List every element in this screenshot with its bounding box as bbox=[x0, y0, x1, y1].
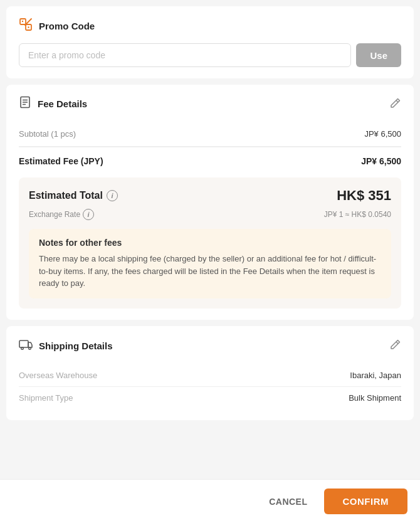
fee-details-header: Fee Details bbox=[19, 96, 401, 112]
subtotal-label: Subtotal (1 pcs) bbox=[19, 129, 76, 139]
total-label: Estimated Total i bbox=[29, 190, 118, 201]
confirm-button[interactable]: CONFIRM bbox=[324, 489, 408, 514]
bottom-bar: CANCEL CONFIRM bbox=[0, 479, 420, 523]
fee-details-title: Fee Details bbox=[38, 98, 87, 109]
promo-input[interactable] bbox=[19, 43, 351, 67]
promo-input-row: Use bbox=[19, 43, 401, 67]
promo-header: Promo Code bbox=[19, 18, 401, 34]
shipment-type-label: Shipment Type bbox=[19, 393, 73, 403]
use-button[interactable]: Use bbox=[356, 43, 401, 67]
exchange-label: Exchange Rate i bbox=[29, 209, 94, 220]
svg-line-13 bbox=[396, 342, 398, 344]
shipping-title: Shipping Details bbox=[39, 341, 113, 351]
svg-point-12 bbox=[29, 347, 31, 349]
shipping-details-header: Shipping Details bbox=[19, 337, 401, 354]
notes-box: Notes for other fees There may be a loca… bbox=[29, 229, 391, 298]
shipping-edit-icon[interactable] bbox=[390, 339, 401, 352]
estimated-fee-label: Estimated Fee (JPY) bbox=[19, 156, 103, 166]
overseas-warehouse-value: Ibaraki, Japan bbox=[350, 371, 401, 380]
truck-icon bbox=[19, 337, 33, 354]
overseas-warehouse-label: Overseas Warehouse bbox=[19, 371, 97, 380]
svg-point-4 bbox=[28, 26, 29, 28]
shipment-type-row: Shipment Type Bulk Shipment bbox=[19, 387, 401, 409]
exchange-value: JP¥ 1 ≈ HK$ 0.0540 bbox=[324, 210, 391, 219]
estimated-fee-value: JP¥ 6,500 bbox=[361, 156, 401, 166]
exchange-info-icon[interactable]: i bbox=[83, 209, 94, 220]
notes-text: There may be a local shipping fee (charg… bbox=[39, 253, 381, 290]
overseas-warehouse-row: Overseas Warehouse Ibaraki, Japan bbox=[19, 364, 401, 387]
total-value: HK$ 351 bbox=[337, 188, 391, 204]
fee-details-card: Fee Details Subtotal (1 pcs) JP¥ 6,500 E… bbox=[6, 85, 414, 320]
page-container: Promo Code Use Fee Details bbox=[0, 0, 420, 523]
promo-tag-icon bbox=[19, 18, 33, 34]
shipping-header-left: Shipping Details bbox=[19, 337, 113, 354]
fee-details-edit-icon[interactable] bbox=[390, 97, 401, 111]
svg-rect-10 bbox=[19, 341, 28, 347]
exchange-row: Exchange Rate i JP¥ 1 ≈ HK$ 0.0540 bbox=[29, 209, 391, 220]
shipping-details-card: Shipping Details Overseas Warehouse Ibar… bbox=[6, 326, 414, 420]
estimated-total-box: Estimated Total i HK$ 351 Exchange Rate … bbox=[19, 177, 401, 309]
promo-code-card: Promo Code Use bbox=[6, 6, 414, 78]
svg-point-1 bbox=[22, 21, 23, 22]
shipment-type-value: Bulk Shipment bbox=[349, 393, 401, 403]
svg-line-9 bbox=[396, 100, 398, 102]
total-row: Estimated Total i HK$ 351 bbox=[29, 188, 391, 204]
subtotal-value: JP¥ 6,500 bbox=[364, 129, 401, 139]
svg-point-11 bbox=[21, 347, 24, 349]
subtotal-row: Subtotal (1 pcs) JP¥ 6,500 bbox=[19, 122, 401, 147]
total-info-icon[interactable]: i bbox=[107, 190, 118, 201]
cancel-button[interactable]: CANCEL bbox=[263, 490, 313, 513]
fee-details-header-left: Fee Details bbox=[19, 96, 87, 112]
notes-title: Notes for other fees bbox=[39, 238, 381, 248]
receipt-icon bbox=[19, 96, 31, 112]
promo-title: Promo Code bbox=[39, 21, 95, 31]
estimated-fee-row: Estimated Fee (JPY) JP¥ 6,500 bbox=[19, 147, 401, 172]
